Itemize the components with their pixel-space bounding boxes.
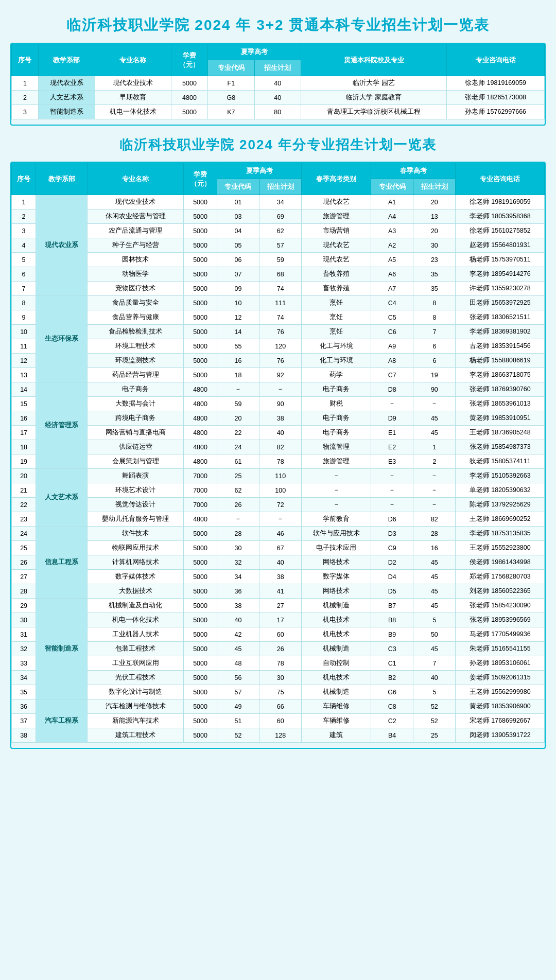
cell-col-4: 30 (217, 541, 259, 555)
table-row: 38建筑工程技术500052128建筑B425闵老师 13905391722 (12, 728, 545, 743)
cell-col-8: － (413, 498, 456, 512)
cell-col-8: 5 (413, 685, 456, 699)
cell-col-3: 5000 (184, 339, 217, 354)
cell-col-3: 4800 (184, 382, 217, 397)
cell-col-6: 畜牧养殖 (302, 282, 371, 296)
cell-col-3: 5000 (184, 699, 217, 714)
table-row: 3农产品流通与管理50000462市场营销A320徐老师 15610275852 (12, 224, 545, 238)
cell-col-2: 环境艺术设计 (87, 483, 183, 498)
cell-col-2: 汽车检测与维修技术 (87, 699, 183, 714)
cell-col-3: 4800 (184, 426, 217, 440)
table1-row-0-col-3: 5000 (171, 76, 207, 91)
table-row: 13药品经营与管理50001892药学C719李老师 18663718075 (12, 368, 545, 382)
cell-col-3: 5000 (184, 224, 217, 238)
cell-seq: 32 (12, 642, 36, 656)
cell-seq: 14 (12, 382, 36, 397)
cell-col-6: 自动控制 (302, 656, 371, 671)
cell-col-8: 30 (413, 238, 456, 253)
cell-col-7: E2 (371, 440, 413, 454)
cell-seq: 16 (12, 411, 36, 426)
cell-col-6: 现代农艺 (302, 195, 371, 209)
cell-col-9: 马老师 17705499936 (456, 627, 545, 642)
table-row: 29智能制造系机械制造及自动化50003827机械制造B745张老师 15854… (12, 599, 545, 613)
cell-seq: 28 (12, 584, 36, 599)
th2-major: 专业名称 (87, 163, 183, 195)
table1-row-1-col-5: 40 (254, 91, 301, 105)
table1-row-2-col-2: 机电一体化技术 (95, 105, 171, 119)
table1-row-0-col-5: 40 (254, 76, 301, 91)
cell-col-8: 16 (413, 541, 456, 555)
cell-dept: 现代农业系 (36, 195, 88, 296)
table-row: 19会展策划与管理48006178旅游管理E32狄老师 15805374111 (12, 454, 545, 469)
cell-col-5: 75 (259, 685, 302, 699)
cell-col-8: 45 (413, 570, 456, 584)
cell-col-6: 电子技术应用 (302, 541, 371, 555)
cell-col-8: 8 (413, 296, 456, 310)
cell-col-7: A4 (371, 209, 413, 224)
cell-seq: 9 (12, 310, 36, 325)
cell-col-6: 网络技术 (302, 584, 371, 599)
cell-col-6: 财税 (302, 397, 371, 411)
cell-col-3: 4800 (184, 397, 217, 411)
cell-col-2: 食品检验检测技术 (87, 325, 183, 339)
table-row: 12环境监测技术50001676化工与环境A86杨老师 15588086619 (12, 354, 545, 368)
th2-dept: 教学系部 (36, 163, 88, 195)
cell-col-9: 孙老师 18953106061 (456, 656, 545, 671)
cell-col-2: 建筑工程技术 (87, 728, 183, 743)
cell-col-7: D4 (371, 570, 413, 584)
table1-row-1-col-2: 早期教育 (95, 91, 171, 105)
cell-col-7: A5 (371, 253, 413, 267)
th-seq1: 序号 (12, 44, 39, 76)
table-row: 7宠物医疗技术50000974畜牧养殖A735许老师 13559230278 (12, 282, 545, 296)
cell-col-7: A3 (371, 224, 413, 238)
cell-col-6: 化工与环境 (302, 339, 371, 354)
table1-row-0-col-2: 现代农业技术 (95, 76, 171, 91)
cell-col-7: C2 (371, 714, 413, 728)
cell-col-5: － (259, 382, 302, 397)
table-row: 31工业机器人技术50004260机电技术B950马老师 17705499936 (12, 627, 545, 642)
table-row: 37新能源汽车技术50005160车辆维修C252宋老师 17686992667 (12, 714, 545, 728)
cell-seq: 31 (12, 627, 36, 642)
cell-col-9: 许老师 13559230278 (456, 282, 545, 296)
cell-col-8: 20 (413, 224, 456, 238)
cell-col-3: 5000 (184, 555, 217, 570)
cell-col-7: A9 (371, 339, 413, 354)
cell-col-3: 5000 (184, 253, 217, 267)
cell-col-5: 110 (259, 469, 302, 483)
cell-seq: 11 (12, 339, 36, 354)
cell-col-2: 休闲农业经营与管理 (87, 209, 183, 224)
cell-col-7: C3 (371, 642, 413, 656)
cell-col-5: 38 (259, 570, 302, 584)
cell-col-3: 4800 (184, 411, 217, 426)
cell-seq: 6 (12, 267, 36, 282)
cell-col-5: 82 (259, 440, 302, 454)
cell-col-7: B7 (371, 599, 413, 613)
cell-col-8: 50 (413, 627, 456, 642)
cell-col-6: 畜牧养殖 (302, 267, 371, 282)
cell-col-2: 光伏工程技术 (87, 671, 183, 685)
cell-col-4: 22 (217, 426, 259, 440)
cell-col-5: 72 (259, 498, 302, 512)
cell-col-4: 03 (217, 209, 259, 224)
table1-row-0-col-0: 1 (12, 76, 39, 91)
cell-col-2: 大数据技术 (87, 584, 183, 599)
cell-col-9: 田老师 15653972925 (456, 296, 545, 310)
cell-col-4: 12 (217, 310, 259, 325)
th-plan1: 招生计划 (254, 60, 301, 76)
th2-summer: 夏季高考 (217, 163, 301, 179)
cell-col-3: 5000 (184, 613, 217, 627)
cell-col-4: 14 (217, 325, 259, 339)
table-row: 25物联网应用技术50003067电子技术应用C916王老师 155529238… (12, 541, 545, 555)
cell-col-3: 5000 (184, 685, 217, 699)
cell-col-8: 23 (413, 253, 456, 267)
cell-seq: 5 (12, 253, 36, 267)
cell-col-4: 62 (217, 483, 259, 498)
cell-col-4: － (217, 512, 259, 527)
table-row: 27数字媒体技术50003438数字媒体D445郑老师 17568280703 (12, 570, 545, 584)
cell-col-3: 5000 (184, 354, 217, 368)
cell-seq: 7 (12, 282, 36, 296)
cell-col-7: C5 (371, 310, 413, 325)
cell-col-2: 园林技术 (87, 253, 183, 267)
cell-col-3: 5000 (184, 368, 217, 382)
cell-col-3: 5000 (184, 627, 217, 642)
